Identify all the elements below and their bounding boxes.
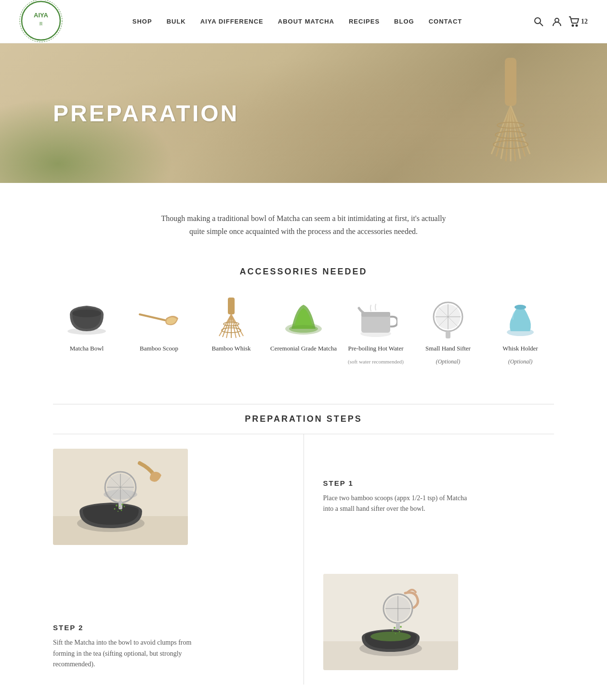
nav-blog[interactable]: BLOG	[394, 18, 414, 25]
nav-recipes[interactable]: RECIPES	[349, 18, 380, 25]
accessory-bamboo-whisk: Bamboo Whisk	[198, 296, 265, 365]
hand-sifter-image	[422, 296, 475, 339]
svg-point-8	[576, 25, 578, 26]
step-1-description: Place two bamboo scoops (appx 1/2-1 tsp)…	[323, 493, 468, 515]
hot-water-label: Pre-boiling Hot Water	[348, 344, 404, 353]
svg-point-77	[397, 629, 398, 630]
step-2-row: STEP 2 Sift the Matcha into the bowl to …	[53, 559, 554, 685]
intro-text: Though making a traditional bowl of Matc…	[154, 212, 453, 238]
bamboo-scoop-label: Bamboo Scoop	[140, 344, 178, 353]
svg-point-3	[20, 0, 62, 42]
intro-section: Though making a traditional bowl of Matc…	[135, 183, 472, 257]
bamboo-whisk-image	[205, 296, 258, 339]
ceremonial-matcha-image	[277, 296, 330, 339]
cart-button[interactable]: 12	[568, 16, 588, 27]
step-2-left: STEP 2 Sift the Matcha into the bowl to …	[53, 559, 304, 685]
prep-steps-header: PREPARATION STEPS	[53, 404, 554, 434]
svg-text:茶: 茶	[39, 22, 43, 26]
step-2-right	[304, 559, 554, 685]
whisk-holder-label: Whisk Holder	[502, 344, 538, 353]
hot-water-image	[349, 296, 402, 339]
nav-icons: 12	[532, 15, 588, 28]
step-2-description: Sift the Matcha into the bowl to avoid c…	[53, 637, 198, 670]
ceremonial-matcha-label: Ceremonial Grade Matcha	[270, 344, 337, 353]
svg-point-82	[401, 630, 402, 631]
accessory-hot-water: Pre-boiling Hot Water (soft water recomm…	[342, 296, 409, 365]
bamboo-whisk-label: Bamboo Whisk	[211, 344, 251, 353]
svg-point-62	[121, 504, 123, 506]
svg-text:AIYA: AIYA	[34, 12, 48, 19]
svg-point-0	[22, 1, 60, 40]
svg-rect-75	[396, 622, 400, 630]
nav-aiya-difference[interactable]: AIYA DIFFERENCE	[200, 18, 264, 25]
matcha-bowl-label: Matcha Bowl	[70, 344, 104, 353]
hero-whisk-decoration	[462, 58, 559, 169]
svg-point-70	[370, 632, 411, 641]
svg-point-48	[515, 305, 526, 310]
svg-rect-25	[228, 298, 235, 314]
step-1-image	[53, 449, 188, 545]
whisk-holder-optional: (Optional)	[508, 358, 533, 365]
hand-sifter-label: Small Hand Sifter	[425, 344, 471, 353]
svg-rect-9	[505, 58, 516, 106]
svg-point-4	[535, 18, 541, 24]
search-icon[interactable]	[532, 15, 545, 28]
svg-rect-46	[446, 331, 450, 338]
svg-line-5	[540, 23, 543, 26]
prep-steps-section: PREPARATION STEPS	[0, 394, 607, 700]
svg-point-23	[72, 310, 101, 317]
accessory-bamboo-scoop: Bamboo Scoop	[125, 296, 193, 365]
matcha-bowl-image	[60, 296, 113, 339]
svg-rect-38	[361, 314, 390, 333]
navigation: AIYA 茶 SHOP BULK AIYA DIFFERENCE ABOUT M…	[0, 0, 607, 43]
accessories-title: ACCESSORIES NEEDED	[29, 267, 578, 277]
nav-about-matcha[interactable]: ABOUT MATCHA	[278, 18, 334, 25]
cart-count: 12	[581, 18, 588, 26]
bamboo-scoop-image	[132, 296, 185, 339]
step-1-left	[53, 434, 304, 559]
accessory-whisk-holder: Whisk Holder (Optional)	[487, 296, 554, 365]
whisk-holder-image	[494, 296, 547, 339]
svg-point-65	[118, 511, 119, 512]
prep-steps-title: PREPARATION STEPS	[53, 414, 554, 424]
svg-point-60	[116, 505, 118, 506]
nav-bulk[interactable]: BULK	[167, 18, 186, 25]
accessory-ceremonial-matcha: Ceremonial Grade Matcha	[270, 296, 337, 365]
accessories-grid: Matcha Bowl Bamboo Scoop	[29, 296, 578, 365]
accessories-section: ACCESSORIES NEEDED Matcha Bowl	[0, 257, 607, 394]
accessory-hand-sifter: Small Hand Sifter (Optional)	[414, 296, 482, 365]
step-1-number: STEP 1	[323, 479, 554, 487]
svg-point-7	[572, 25, 574, 26]
svg-point-78	[400, 626, 402, 628]
svg-point-64	[124, 506, 125, 507]
svg-point-63	[114, 508, 116, 509]
hot-water-note: (soft water recommended)	[348, 358, 404, 365]
nav-links: SHOP BULK AIYA DIFFERENCE ABOUT MATCHA R…	[63, 18, 532, 25]
svg-point-81	[395, 633, 396, 634]
step-1-row: STEP 1 Place two bamboo scoops (appx 1/2…	[53, 434, 554, 559]
nav-contact[interactable]: CONTACT	[429, 18, 462, 25]
hero-section: PREPARATION	[0, 43, 607, 183]
steps-container: STEP 1 Place two bamboo scoops (appx 1/2…	[53, 434, 554, 685]
svg-point-66	[121, 509, 122, 511]
svg-point-6	[555, 18, 559, 22]
svg-point-36	[289, 325, 318, 333]
nav-shop[interactable]: SHOP	[132, 18, 152, 25]
hand-sifter-optional: (Optional)	[436, 358, 461, 365]
step-2-image	[323, 574, 458, 670]
logo[interactable]: AIYA 茶	[19, 0, 63, 44]
svg-point-76	[394, 627, 396, 629]
step-1-right: STEP 1 Place two bamboo scoops (appx 1/2…	[304, 434, 554, 559]
step-2-number: STEP 2	[53, 623, 284, 632]
svg-point-61	[119, 506, 120, 508]
svg-point-79	[392, 630, 393, 631]
account-icon[interactable]	[550, 15, 564, 28]
accessory-matcha-bowl: Matcha Bowl	[53, 296, 120, 365]
hero-title: PREPARATION	[53, 100, 239, 127]
svg-point-80	[398, 631, 400, 632]
